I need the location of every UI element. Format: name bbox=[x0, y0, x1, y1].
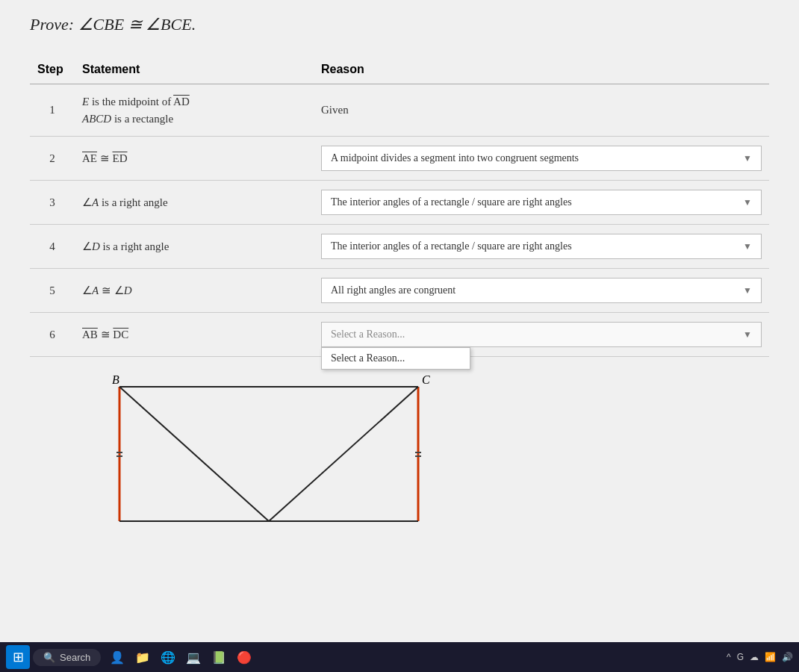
step-number: 4 bbox=[30, 225, 75, 269]
label-B: B bbox=[112, 373, 119, 386]
svg-line-5 bbox=[269, 387, 418, 521]
taskbar-g-icon: G bbox=[737, 652, 744, 662]
dropdown-menu[interactable]: Select a Reason... bbox=[321, 347, 470, 370]
statement-cell: ∠D is a right angle bbox=[75, 225, 314, 269]
statement-cell: AE ≅ ED bbox=[75, 137, 314, 181]
statement-text: ∠A ≅ ∠D bbox=[82, 282, 306, 299]
label-C: C bbox=[422, 373, 430, 386]
statement-cell: E is the midpoint of AD ABCD is a rectan… bbox=[75, 84, 314, 137]
reason-cell[interactable]: Select a Reason... ▼ Select a Reason... bbox=[314, 313, 769, 357]
svg-line-4 bbox=[119, 387, 269, 521]
table-row: 6 AB ≅ DC Select a Reason... ▼ Select a … bbox=[30, 313, 769, 357]
reason-box[interactable]: The interior angles of a rectangle / squ… bbox=[321, 234, 762, 259]
reason-cell: The interior angles of a rectangle / squ… bbox=[314, 225, 769, 269]
reason-box[interactable]: A midpoint divides a segment into two co… bbox=[321, 146, 762, 171]
header-step: Step bbox=[30, 57, 75, 84]
chevron-icon: ▼ bbox=[743, 153, 752, 164]
statement-text: AE ≅ ED bbox=[82, 150, 306, 167]
reason-plain: Given bbox=[321, 104, 349, 116]
search-icon: 🔍 bbox=[43, 652, 55, 663]
header-statement: Statement bbox=[75, 57, 314, 84]
main-content: Prove: ∠CBE ≅ ∠BCE. Step Statement Reaso… bbox=[0, 0, 799, 642]
reason-text: The interior angles of a rectangle / squ… bbox=[331, 240, 572, 252]
statement-cell: ∠A ≅ ∠D bbox=[75, 269, 314, 313]
header-reason: Reason bbox=[314, 57, 769, 84]
taskbar-icon-app[interactable]: 🔴 bbox=[234, 647, 255, 668]
reason-box[interactable]: The interior angles of a rectangle / squ… bbox=[321, 190, 762, 215]
taskbar-cloud-icon: ☁ bbox=[750, 652, 759, 662]
taskbar-icons: 👤 📁 🌐 💻 📗 🔴 bbox=[107, 647, 255, 668]
step-number: 6 bbox=[30, 313, 75, 357]
taskbar-icon-browser[interactable]: 🌐 bbox=[158, 647, 178, 668]
table-row: 3 ∠A is a right angle The interior angle… bbox=[30, 181, 769, 225]
taskbar-chevron-up: ^ bbox=[727, 652, 731, 662]
proof-table: Step Statement Reason 1 E is the midpoin… bbox=[30, 57, 769, 357]
step-number: 1 bbox=[30, 84, 75, 137]
reason-text: A midpoint divides a segment into two co… bbox=[331, 152, 579, 164]
taskbar-icon-store[interactable]: 💻 bbox=[183, 647, 204, 668]
chevron-icon: ▼ bbox=[743, 197, 752, 208]
taskbar-sound-icon: 🔊 bbox=[782, 652, 793, 662]
step-number: 3 bbox=[30, 181, 75, 225]
diagram-area: B C bbox=[30, 364, 769, 559]
statement-text: E is the midpoint of AD ABCD is a rectan… bbox=[82, 93, 306, 127]
reason-cell: All right angles are congruent ▼ bbox=[314, 269, 769, 313]
reason-text: All right angles are congruent bbox=[331, 284, 456, 296]
reason-cell: A midpoint divides a segment into two co… bbox=[314, 137, 769, 181]
step-number: 2 bbox=[30, 137, 75, 181]
taskbar-icon-excel[interactable]: 📗 bbox=[208, 647, 229, 668]
statement-cell: AB ≅ DC bbox=[75, 313, 314, 357]
statement-text: ∠D is a right angle bbox=[82, 238, 306, 255]
prove-title: Prove: ∠CBE ≅ ∠BCE. bbox=[30, 15, 769, 34]
reason-box[interactable]: All right angles are congruent ▼ bbox=[321, 278, 762, 303]
taskbar-icon-folder[interactable]: 📁 bbox=[132, 647, 153, 668]
search-bar[interactable]: 🔍 Search bbox=[33, 649, 101, 666]
start-button[interactable]: ⊞ bbox=[6, 645, 30, 669]
table-row: 4 ∠D is a right angle The interior angle… bbox=[30, 225, 769, 269]
geometry-diagram: B C bbox=[75, 372, 463, 559]
chevron-icon: ▼ bbox=[743, 241, 752, 252]
statement-cell: ∠A is a right angle bbox=[75, 181, 314, 225]
statement-text: AB ≅ DC bbox=[82, 326, 306, 343]
taskbar-wifi-icon: 📶 bbox=[765, 652, 776, 662]
reason-placeholder: Select a Reason... bbox=[331, 329, 405, 340]
reason-dropdown-container[interactable]: Select a Reason... ▼ Select a Reason... bbox=[321, 322, 762, 347]
chevron-icon: ▼ bbox=[743, 285, 752, 296]
chevron-icon: ▼ bbox=[743, 329, 752, 340]
taskbar-right: ^ G ☁ 📶 🔊 bbox=[727, 652, 793, 662]
reason-cell: Given bbox=[314, 84, 769, 137]
statement-text: ∠A is a right angle bbox=[82, 194, 306, 211]
taskbar: ⊞ 🔍 Search 👤 📁 🌐 💻 📗 🔴 ^ G ☁ 📶 🔊 bbox=[0, 642, 799, 672]
table-row: 2 AE ≅ ED A midpoint divides a segment i… bbox=[30, 137, 769, 181]
taskbar-icon-person[interactable]: 👤 bbox=[107, 647, 128, 668]
table-row: 5 ∠A ≅ ∠D All right angles are congruent… bbox=[30, 269, 769, 313]
search-label: Search bbox=[60, 652, 90, 663]
reason-text: The interior angles of a rectangle / squ… bbox=[331, 196, 572, 208]
reason-cell: The interior angles of a rectangle / squ… bbox=[314, 181, 769, 225]
reason-dropdown[interactable]: Select a Reason... ▼ bbox=[321, 322, 762, 347]
table-row: 1 E is the midpoint of AD ABCD is a rect… bbox=[30, 84, 769, 137]
step-number: 5 bbox=[30, 269, 75, 313]
dropdown-menu-item[interactable]: Select a Reason... bbox=[322, 348, 470, 369]
windows-icon: ⊞ bbox=[13, 649, 24, 665]
